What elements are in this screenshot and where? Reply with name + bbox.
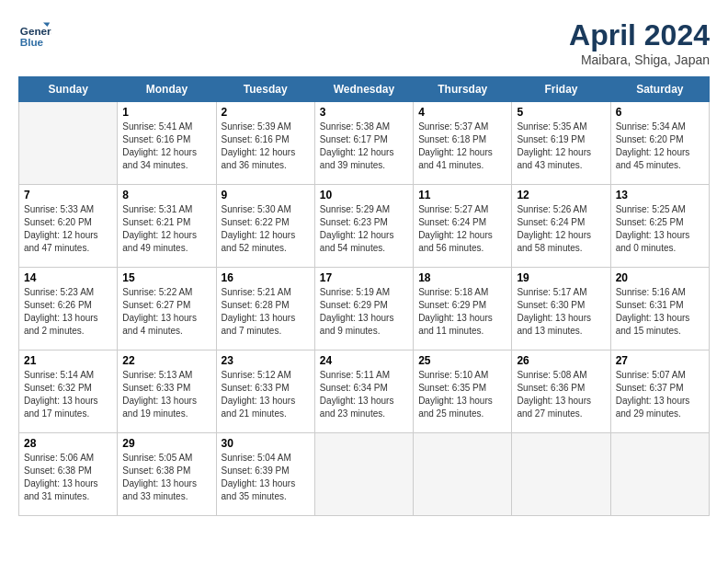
day-cell: 23Sunrise: 5:12 AM Sunset: 6:33 PM Dayli… (216, 350, 314, 433)
day-info: Sunrise: 5:41 AM Sunset: 6:16 PM Dayligh… (122, 121, 210, 172)
weekday-header-sunday: Sunday (19, 77, 118, 102)
day-info: Sunrise: 5:18 AM Sunset: 6:29 PM Dayligh… (418, 286, 506, 338)
day-number: 29 (122, 437, 210, 450)
week-row-3: 14Sunrise: 5:23 AM Sunset: 6:26 PM Dayli… (19, 268, 710, 350)
day-info: Sunrise: 5:06 AM Sunset: 6:38 PM Dayligh… (24, 452, 112, 503)
day-info: Sunrise: 5:10 AM Sunset: 6:35 PM Dayligh… (418, 369, 506, 420)
day-cell: 25Sunrise: 5:10 AM Sunset: 6:35 PM Dayli… (414, 350, 512, 433)
day-number: 7 (24, 189, 112, 201)
day-info: Sunrise: 5:38 AM Sunset: 6:17 PM Dayligh… (320, 121, 408, 172)
day-cell: 28Sunrise: 5:06 AM Sunset: 6:38 PM Dayli… (19, 433, 118, 516)
day-number: 6 (616, 106, 704, 119)
day-info: Sunrise: 5:07 AM Sunset: 6:37 PM Dayligh… (616, 369, 704, 420)
day-cell: 7Sunrise: 5:33 AM Sunset: 6:20 PM Daylig… (19, 185, 118, 268)
day-number: 20 (616, 271, 704, 284)
calendar-table: SundayMondayTuesdayWednesdayThursdayFrid… (18, 76, 710, 516)
day-cell: 13Sunrise: 5:25 AM Sunset: 6:25 PM Dayli… (610, 185, 709, 268)
day-info: Sunrise: 5:34 AM Sunset: 6:20 PM Dayligh… (616, 121, 704, 172)
day-number: 21 (24, 354, 112, 367)
day-info: Sunrise: 5:29 AM Sunset: 6:23 PM Dayligh… (320, 203, 408, 255)
weekday-header-wednesday: Wednesday (314, 77, 413, 102)
day-cell: 18Sunrise: 5:18 AM Sunset: 6:29 PM Dayli… (414, 268, 512, 350)
day-cell: 22Sunrise: 5:13 AM Sunset: 6:33 PM Dayli… (118, 350, 216, 433)
day-cell: 26Sunrise: 5:08 AM Sunset: 6:36 PM Dayli… (512, 350, 610, 433)
title-block: April 2024 Maibara, Shiga, Japan (569, 18, 710, 67)
logo-icon: General Blue (18, 18, 51, 52)
day-cell: 12Sunrise: 5:26 AM Sunset: 6:24 PM Dayli… (512, 185, 610, 268)
day-cell: 3Sunrise: 5:38 AM Sunset: 6:17 PM Daylig… (314, 102, 413, 185)
day-number: 26 (517, 354, 605, 367)
day-number: 4 (418, 106, 506, 119)
day-info: Sunrise: 5:23 AM Sunset: 6:26 PM Dayligh… (24, 286, 112, 338)
day-cell (610, 433, 709, 516)
day-cell: 19Sunrise: 5:17 AM Sunset: 6:30 PM Dayli… (512, 268, 610, 350)
day-info: Sunrise: 5:25 AM Sunset: 6:25 PM Dayligh… (616, 203, 704, 255)
weekday-header-monday: Monday (118, 77, 216, 102)
day-cell: 27Sunrise: 5:07 AM Sunset: 6:37 PM Dayli… (610, 350, 709, 433)
day-info: Sunrise: 5:30 AM Sunset: 6:22 PM Dayligh… (222, 203, 310, 255)
day-info: Sunrise: 5:31 AM Sunset: 6:21 PM Dayligh… (122, 203, 210, 255)
day-number: 23 (222, 354, 310, 367)
week-row-1: 1Sunrise: 5:41 AM Sunset: 6:16 PM Daylig… (19, 102, 710, 185)
day-info: Sunrise: 5:33 AM Sunset: 6:20 PM Dayligh… (24, 203, 112, 255)
day-cell: 6Sunrise: 5:34 AM Sunset: 6:20 PM Daylig… (610, 102, 709, 185)
week-row-4: 21Sunrise: 5:14 AM Sunset: 6:32 PM Dayli… (19, 350, 710, 433)
day-cell: 30Sunrise: 5:04 AM Sunset: 6:39 PM Dayli… (216, 433, 314, 516)
day-number: 17 (320, 271, 408, 284)
day-cell: 14Sunrise: 5:23 AM Sunset: 6:26 PM Dayli… (19, 268, 118, 350)
day-info: Sunrise: 5:21 AM Sunset: 6:28 PM Dayligh… (222, 286, 310, 338)
day-number: 5 (517, 106, 605, 119)
day-number: 28 (24, 437, 112, 450)
day-number: 13 (616, 189, 704, 201)
weekday-header-friday: Friday (512, 77, 610, 102)
day-cell: 8Sunrise: 5:31 AM Sunset: 6:21 PM Daylig… (118, 185, 216, 268)
weekday-header-row: SundayMondayTuesdayWednesdayThursdayFrid… (19, 77, 710, 102)
day-info: Sunrise: 5:04 AM Sunset: 6:39 PM Dayligh… (222, 452, 310, 503)
day-info: Sunrise: 5:37 AM Sunset: 6:18 PM Dayligh… (418, 121, 506, 172)
day-number: 10 (320, 189, 408, 201)
day-cell: 1Sunrise: 5:41 AM Sunset: 6:16 PM Daylig… (118, 102, 216, 185)
day-info: Sunrise: 5:19 AM Sunset: 6:29 PM Dayligh… (320, 286, 408, 338)
day-info: Sunrise: 5:39 AM Sunset: 6:16 PM Dayligh… (222, 121, 310, 172)
day-number: 11 (418, 189, 506, 201)
day-cell: 17Sunrise: 5:19 AM Sunset: 6:29 PM Dayli… (314, 268, 413, 350)
weekday-header-tuesday: Tuesday (216, 77, 314, 102)
day-number: 9 (222, 189, 310, 201)
day-cell (414, 433, 512, 516)
weekday-header-saturday: Saturday (610, 77, 709, 102)
day-number: 8 (122, 189, 210, 201)
day-info: Sunrise: 5:13 AM Sunset: 6:33 PM Dayligh… (122, 369, 210, 420)
day-cell: 20Sunrise: 5:16 AM Sunset: 6:31 PM Dayli… (610, 268, 709, 350)
day-cell: 5Sunrise: 5:35 AM Sunset: 6:19 PM Daylig… (512, 102, 610, 185)
day-cell: 10Sunrise: 5:29 AM Sunset: 6:23 PM Dayli… (314, 185, 413, 268)
location: Maibara, Shiga, Japan (569, 52, 710, 67)
day-number: 27 (616, 354, 704, 367)
day-cell: 2Sunrise: 5:39 AM Sunset: 6:16 PM Daylig… (216, 102, 314, 185)
day-info: Sunrise: 5:12 AM Sunset: 6:33 PM Dayligh… (222, 369, 310, 420)
day-info: Sunrise: 5:35 AM Sunset: 6:19 PM Dayligh… (517, 121, 605, 172)
day-number: 12 (517, 189, 605, 201)
day-info: Sunrise: 5:11 AM Sunset: 6:34 PM Dayligh… (320, 369, 408, 420)
day-number: 14 (24, 271, 112, 284)
day-number: 22 (122, 354, 210, 367)
day-cell: 24Sunrise: 5:11 AM Sunset: 6:34 PM Dayli… (314, 350, 413, 433)
day-number: 24 (320, 354, 408, 367)
day-number: 30 (222, 437, 310, 450)
page-header: General Blue April 2024 Maibara, Shiga, … (18, 18, 710, 67)
day-info: Sunrise: 5:27 AM Sunset: 6:24 PM Dayligh… (418, 203, 506, 255)
day-number: 15 (122, 271, 210, 284)
day-number: 19 (517, 271, 605, 284)
week-row-2: 7Sunrise: 5:33 AM Sunset: 6:20 PM Daylig… (19, 185, 710, 268)
day-info: Sunrise: 5:22 AM Sunset: 6:27 PM Dayligh… (122, 286, 210, 338)
day-cell: 11Sunrise: 5:27 AM Sunset: 6:24 PM Dayli… (414, 185, 512, 268)
week-row-5: 28Sunrise: 5:06 AM Sunset: 6:38 PM Dayli… (19, 433, 710, 516)
day-number: 1 (122, 106, 210, 119)
day-cell: 4Sunrise: 5:37 AM Sunset: 6:18 PM Daylig… (414, 102, 512, 185)
day-info: Sunrise: 5:08 AM Sunset: 6:36 PM Dayligh… (517, 369, 605, 420)
day-cell (314, 433, 413, 516)
day-info: Sunrise: 5:17 AM Sunset: 6:30 PM Dayligh… (517, 286, 605, 338)
day-number: 2 (222, 106, 310, 119)
logo: General Blue (18, 18, 51, 52)
day-info: Sunrise: 5:26 AM Sunset: 6:24 PM Dayligh… (517, 203, 605, 255)
day-cell: 16Sunrise: 5:21 AM Sunset: 6:28 PM Dayli… (216, 268, 314, 350)
